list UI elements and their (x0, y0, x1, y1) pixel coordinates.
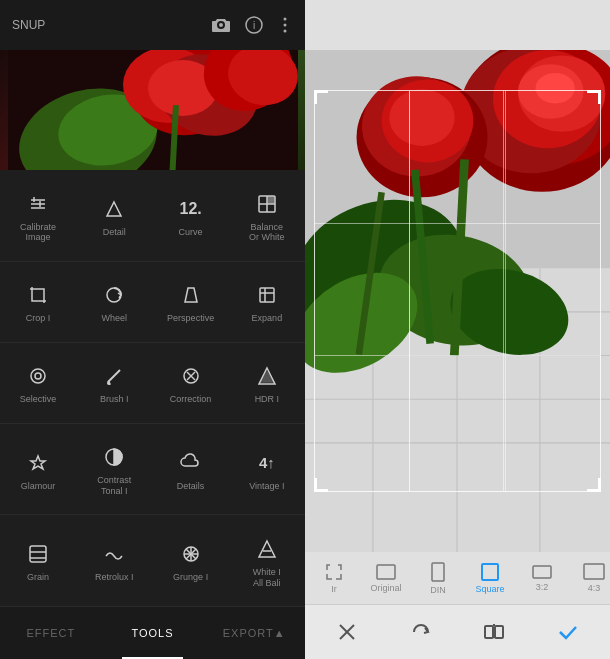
confirm-button[interactable] (550, 614, 586, 650)
svg-marker-20 (107, 202, 121, 216)
tool-detail[interactable]: Detail (76, 170, 152, 262)
brush-label: Brush I (100, 394, 129, 405)
grain-label: Grain (27, 572, 49, 583)
svg-point-2 (284, 18, 287, 21)
preview-image (8, 50, 298, 170)
svg-point-31 (35, 373, 41, 379)
svg-text:i: i (253, 20, 255, 31)
ratio-din[interactable]: DIN (413, 558, 463, 599)
svg-point-30 (31, 369, 45, 383)
svg-rect-24 (268, 197, 274, 203)
rotate-button[interactable] (403, 614, 439, 650)
grid-line-h1 (315, 223, 600, 224)
curve-label: Curve (179, 227, 203, 238)
action-bar (305, 604, 610, 659)
svg-rect-76 (377, 565, 395, 579)
svg-rect-79 (533, 566, 551, 578)
retrolux-icon (100, 540, 128, 568)
corner-br (587, 478, 601, 492)
retrolux-label: Retrolux I (95, 572, 134, 583)
more-icon[interactable] (277, 17, 293, 33)
rose-preview-bg (0, 50, 305, 170)
tool-vintage[interactable]: 4↑ Vintage I (229, 424, 305, 516)
ratio-din-icon (431, 562, 445, 582)
tool-details2[interactable]: Details (153, 424, 229, 516)
corner-bl (314, 478, 328, 492)
cancel-button[interactable] (329, 614, 365, 650)
header-icons: i (211, 16, 293, 34)
vintage-label: Vintage I (249, 481, 284, 492)
svg-rect-84 (485, 626, 493, 638)
hdr-icon (253, 362, 281, 390)
info-icon[interactable]: i (245, 16, 263, 34)
svg-line-32 (108, 370, 120, 382)
corner-tr (587, 90, 601, 104)
ratio-original-icon (376, 564, 396, 580)
photo-preview (0, 50, 305, 170)
ratio-32[interactable]: 3:2 (517, 561, 567, 596)
tool-expand[interactable]: Expand (229, 262, 305, 343)
svg-rect-27 (260, 288, 274, 302)
balance-icon (253, 190, 281, 218)
grid-line-v1 (409, 91, 410, 491)
vintage-icon: 4↑ (253, 449, 281, 477)
image-area (305, 50, 610, 552)
tab-effect[interactable]: EFFECT (0, 607, 102, 659)
tab-export[interactable]: EXPORT▲ (203, 607, 305, 659)
tool-grain[interactable]: Grain (0, 515, 76, 607)
tool-crop[interactable]: Crop I (0, 262, 76, 343)
app-title: SNUP (12, 18, 45, 32)
ratio-43[interactable]: 4:3 (569, 559, 610, 597)
flip-button[interactable] (476, 614, 512, 650)
crop-image (305, 50, 610, 552)
balance-label: BalanceOr White (249, 222, 285, 244)
tool-white[interactable]: White IAll Bali (229, 515, 305, 607)
crop-grid-overlay (314, 90, 601, 492)
svg-marker-47 (259, 541, 275, 557)
cloud-icon (177, 449, 205, 477)
tool-curve[interactable]: 12. Curve (153, 170, 229, 262)
details2-label: Details (177, 481, 205, 492)
left-header: SNUP i (0, 0, 305, 50)
tab-tools[interactable]: TOOLS (102, 607, 204, 659)
tools-grid: CalibrateImage Detail 12. Curve Balanc (0, 170, 305, 607)
tool-brush[interactable]: Brush I (76, 343, 152, 424)
tool-retrolux[interactable]: Retrolux I (76, 515, 152, 607)
tool-selective[interactable]: Selective (0, 343, 76, 424)
tool-perspective[interactable]: Perspective (153, 262, 229, 343)
ratio-original[interactable]: Original (361, 560, 411, 597)
tool-hdr[interactable]: HDR I (229, 343, 305, 424)
calibrate-label: CalibrateImage (20, 222, 56, 244)
svg-rect-39 (30, 546, 46, 562)
right-panel: Ir Original DIN Square (305, 0, 610, 659)
detail-label: Detail (103, 227, 126, 238)
tool-calibrate[interactable]: CalibrateImage (0, 170, 76, 262)
tool-glamour[interactable]: Glamour (0, 424, 76, 516)
grid-line-v2 (503, 91, 504, 491)
tool-balance[interactable]: BalanceOr White (229, 170, 305, 262)
left-panel: SNUP i (0, 0, 305, 659)
crop-label: Crop I (26, 313, 51, 324)
tool-wheel[interactable]: Wheel (76, 262, 152, 343)
svg-marker-26 (185, 288, 197, 302)
tool-grunge[interactable]: Grunge I (153, 515, 229, 607)
grunge-label: Grunge I (173, 572, 208, 583)
ratio-square[interactable]: Square (465, 559, 515, 598)
svg-rect-78 (482, 564, 498, 580)
svg-point-3 (284, 24, 287, 27)
hdr-label: HDR I (255, 394, 280, 405)
ratio-selector: Ir Original DIN Square (305, 552, 610, 604)
ratio-free[interactable]: Ir (309, 559, 359, 598)
ratio-43-label: 4:3 (588, 583, 601, 593)
selective-icon (24, 362, 52, 390)
grunge-icon (177, 540, 205, 568)
crop-icon (24, 281, 52, 309)
tool-contrast[interactable]: ContrastTonal I (76, 424, 152, 516)
selective-label: Selective (20, 394, 57, 405)
ratio-32-icon (532, 565, 552, 579)
camera-icon[interactable] (211, 17, 231, 33)
tool-correction[interactable]: Correction (153, 343, 229, 424)
corner-tl (314, 90, 328, 104)
curve-icon: 12. (177, 195, 205, 223)
ratio-32-label: 3:2 (536, 582, 549, 592)
